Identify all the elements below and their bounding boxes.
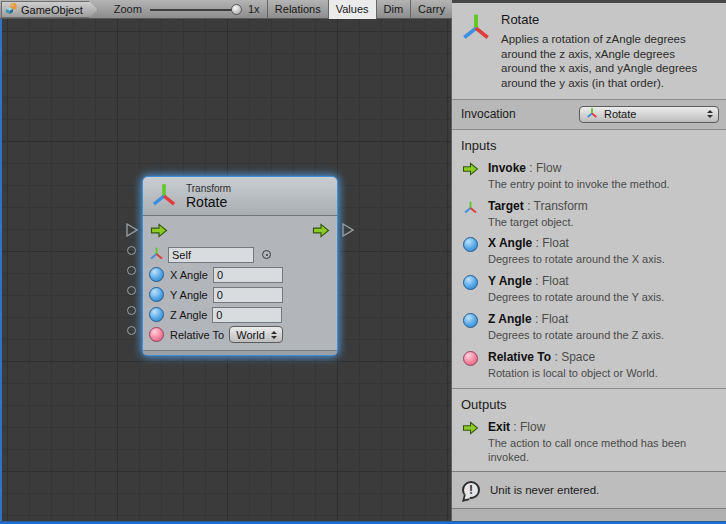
flow-output-port[interactable]: [342, 223, 354, 237]
float-port-icon[interactable]: [149, 307, 164, 322]
transform-axes-icon: [151, 182, 177, 210]
space-port-icon: [463, 351, 478, 366]
invocation-dropdown[interactable]: Rotate: [579, 106, 719, 123]
target-self-field[interactable]: [168, 247, 254, 263]
tab-values[interactable]: Values: [328, 0, 376, 19]
space-port-icon[interactable]: [149, 327, 164, 342]
panel-header: Rotate Applies a rotation of zAngle degr…: [452, 3, 726, 100]
relative-to-label: Relative To: [170, 329, 224, 341]
tab-dim[interactable]: Dim: [376, 0, 411, 19]
x-angle-value-port[interactable]: [127, 266, 136, 275]
target-value-port[interactable]: [127, 246, 136, 255]
y-angle-value-port[interactable]: [127, 286, 136, 295]
graph-toolbar: GameObject Zoom 1x Relations Values Dim …: [0, 0, 452, 19]
invocation-label: Invocation: [461, 107, 516, 121]
float-port-icon: [463, 237, 478, 252]
inspector-panel: Rotate Applies a rotation of zAngle degr…: [451, 0, 726, 521]
zoom-slider[interactable]: [150, 0, 242, 19]
doc-entry-invoke: Invoke : Flow The entry point to invoke …: [452, 158, 726, 196]
invoke-flow-arrow-icon[interactable]: [150, 223, 168, 240]
target-row: [149, 246, 331, 263]
dropdown-arrows-icon: [707, 110, 713, 118]
zoom-label: Zoom: [114, 3, 142, 15]
outputs-header: Outputs: [452, 388, 726, 417]
doc-entry-y-angle: Y Angle : Float Degrees to rotate around…: [452, 271, 726, 309]
relative-to-dropdown[interactable]: World: [229, 326, 283, 343]
warning-text: Unit is never entered.: [490, 484, 599, 496]
panel-title: Rotate: [501, 12, 713, 27]
relative-to-value: World: [236, 329, 265, 341]
float-port-icon[interactable]: [149, 267, 164, 282]
x-angle-row: X Angle: [149, 266, 331, 283]
invocation-value: Rotate: [604, 108, 701, 120]
z-angle-label: Z Angle: [170, 309, 207, 321]
breadcrumb[interactable]: GameObject: [1, 1, 98, 18]
z-angle-field[interactable]: [212, 307, 282, 323]
panel-description: Applies a rotation of zAngle degrees aro…: [501, 32, 713, 91]
y-angle-field[interactable]: [213, 287, 283, 303]
tab-carry[interactable]: Carry: [410, 0, 452, 19]
transform-axes-icon: [586, 107, 598, 121]
z-angle-row: Z Angle: [149, 306, 331, 323]
bolt-graph-window: GameObject Zoom 1x Relations Values Dim …: [0, 0, 726, 524]
y-angle-row: Y Angle: [149, 286, 331, 303]
zoom-slider-track: [150, 9, 238, 11]
warning-bar: ! Unit is never entered.: [452, 471, 726, 509]
node-title: Rotate: [186, 195, 231, 210]
panel-bottom-strip: [452, 509, 726, 521]
zoom-value: 1x: [248, 3, 260, 15]
float-port-icon[interactable]: [149, 287, 164, 302]
toolbar-tabs: Relations Values Dim Carry: [267, 0, 452, 19]
transform-axes-icon: [461, 199, 479, 230]
warning-icon: !: [462, 481, 480, 499]
transform-axes-icon: [149, 246, 164, 263]
doc-entry-x-angle: X Angle : Float Degrees to rotate around…: [452, 233, 726, 271]
tab-relations[interactable]: Relations: [267, 0, 328, 19]
x-angle-field[interactable]: [213, 267, 283, 283]
x-angle-label: X Angle: [170, 269, 208, 281]
transform-axes-icon: [461, 12, 491, 91]
relative-to-row: Relative To World: [149, 326, 331, 343]
rotate-unit-node[interactable]: Transform Rotate: [143, 177, 337, 355]
doc-entry-relative-to: Relative To : Space Rotation is local to…: [452, 347, 726, 385]
doc-entry-target: Target : Transform The target object.: [452, 196, 726, 234]
node-body: X Angle Y Angle Z Angle Relative To: [143, 216, 337, 350]
object-picker-icon[interactable]: [262, 250, 271, 259]
flow-arrow-icon: [461, 420, 479, 465]
zoom-slider-handle[interactable]: [231, 4, 242, 15]
inputs-header: Inputs: [452, 130, 726, 158]
graph-canvas[interactable]: Transform Rotate: [2, 19, 451, 521]
flow-input-port[interactable]: [126, 223, 138, 237]
node-header[interactable]: Transform Rotate: [143, 177, 337, 216]
y-angle-label: Y Angle: [170, 289, 208, 301]
float-port-icon: [463, 275, 478, 290]
dropdown-arrows-icon: [271, 331, 277, 339]
window-border-left: [0, 19, 2, 524]
node-category: Transform: [186, 183, 231, 195]
exit-flow-arrow-icon[interactable]: [312, 223, 330, 240]
invocation-row: Invocation Rotate: [452, 100, 726, 130]
float-port-icon: [463, 313, 478, 328]
node-footer: [143, 350, 337, 355]
z-angle-value-port[interactable]: [127, 306, 136, 315]
breadcrumb-label: GameObject: [21, 4, 83, 16]
relative-to-value-port[interactable]: [127, 326, 136, 335]
gameobject-icon: [5, 2, 18, 17]
flow-arrow-icon: [461, 161, 479, 192]
doc-entry-exit: Exit : Flow The action to call once meth…: [452, 417, 726, 469]
doc-entry-z-angle: Z Angle : Float Degrees to rotate around…: [452, 309, 726, 347]
